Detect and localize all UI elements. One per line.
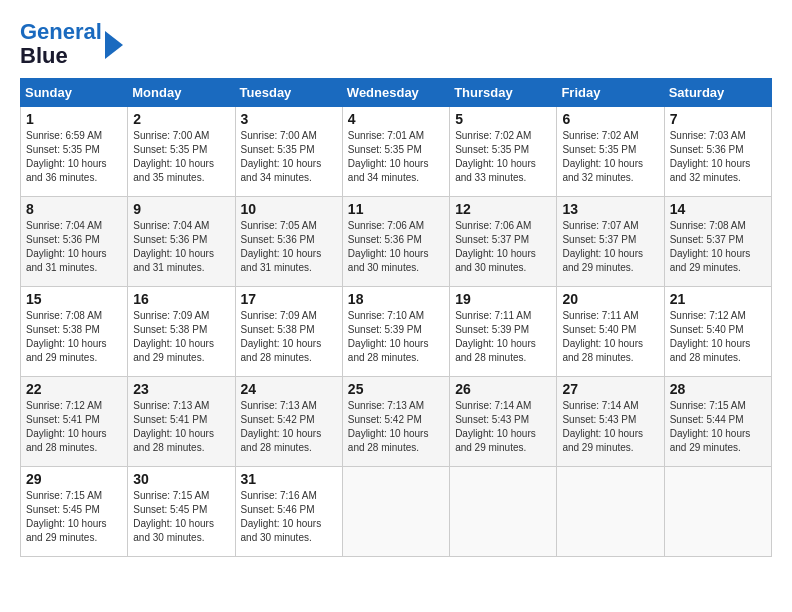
day-number: 14 <box>670 201 766 217</box>
calendar-week-5: 29Sunrise: 7:15 AMSunset: 5:45 PMDayligh… <box>21 467 772 557</box>
day-info: Sunrise: 6:59 AMSunset: 5:35 PMDaylight:… <box>26 129 122 185</box>
day-info: Sunrise: 7:04 AMSunset: 5:36 PMDaylight:… <box>26 219 122 275</box>
calendar-week-3: 15Sunrise: 7:08 AMSunset: 5:38 PMDayligh… <box>21 287 772 377</box>
calendar-cell: 22Sunrise: 7:12 AMSunset: 5:41 PMDayligh… <box>21 377 128 467</box>
day-info: Sunrise: 7:13 AMSunset: 5:42 PMDaylight:… <box>241 399 337 455</box>
day-info: Sunrise: 7:12 AMSunset: 5:41 PMDaylight:… <box>26 399 122 455</box>
day-info: Sunrise: 7:13 AMSunset: 5:42 PMDaylight:… <box>348 399 444 455</box>
calendar-cell: 10Sunrise: 7:05 AMSunset: 5:36 PMDayligh… <box>235 197 342 287</box>
day-number: 30 <box>133 471 229 487</box>
calendar-cell: 6Sunrise: 7:02 AMSunset: 5:35 PMDaylight… <box>557 107 664 197</box>
calendar-cell: 24Sunrise: 7:13 AMSunset: 5:42 PMDayligh… <box>235 377 342 467</box>
logo-text: GeneralBlue <box>20 20 102 68</box>
weekday-header-thursday: Thursday <box>450 79 557 107</box>
calendar-cell: 14Sunrise: 7:08 AMSunset: 5:37 PMDayligh… <box>664 197 771 287</box>
calendar-cell: 21Sunrise: 7:12 AMSunset: 5:40 PMDayligh… <box>664 287 771 377</box>
day-number: 25 <box>348 381 444 397</box>
calendar-cell: 26Sunrise: 7:14 AMSunset: 5:43 PMDayligh… <box>450 377 557 467</box>
day-info: Sunrise: 7:06 AMSunset: 5:37 PMDaylight:… <box>455 219 551 275</box>
calendar-cell <box>557 467 664 557</box>
day-number: 17 <box>241 291 337 307</box>
day-info: Sunrise: 7:11 AMSunset: 5:40 PMDaylight:… <box>562 309 658 365</box>
day-number: 1 <box>26 111 122 127</box>
day-number: 4 <box>348 111 444 127</box>
day-number: 31 <box>241 471 337 487</box>
page-header: GeneralBlue <box>20 20 772 68</box>
calendar-week-1: 1Sunrise: 6:59 AMSunset: 5:35 PMDaylight… <box>21 107 772 197</box>
calendar-cell: 19Sunrise: 7:11 AMSunset: 5:39 PMDayligh… <box>450 287 557 377</box>
calendar-cell: 18Sunrise: 7:10 AMSunset: 5:39 PMDayligh… <box>342 287 449 377</box>
day-info: Sunrise: 7:14 AMSunset: 5:43 PMDaylight:… <box>455 399 551 455</box>
day-info: Sunrise: 7:03 AMSunset: 5:36 PMDaylight:… <box>670 129 766 185</box>
logo-arrow-icon <box>105 31 123 59</box>
day-info: Sunrise: 7:15 AMSunset: 5:44 PMDaylight:… <box>670 399 766 455</box>
day-number: 19 <box>455 291 551 307</box>
calendar-cell <box>342 467 449 557</box>
calendar-cell: 15Sunrise: 7:08 AMSunset: 5:38 PMDayligh… <box>21 287 128 377</box>
day-number: 10 <box>241 201 337 217</box>
day-number: 12 <box>455 201 551 217</box>
weekday-header-monday: Monday <box>128 79 235 107</box>
calendar-cell: 23Sunrise: 7:13 AMSunset: 5:41 PMDayligh… <box>128 377 235 467</box>
day-number: 23 <box>133 381 229 397</box>
calendar-cell: 20Sunrise: 7:11 AMSunset: 5:40 PMDayligh… <box>557 287 664 377</box>
day-number: 24 <box>241 381 337 397</box>
calendar-cell: 28Sunrise: 7:15 AMSunset: 5:44 PMDayligh… <box>664 377 771 467</box>
day-number: 16 <box>133 291 229 307</box>
day-info: Sunrise: 7:15 AMSunset: 5:45 PMDaylight:… <box>26 489 122 545</box>
calendar-cell: 12Sunrise: 7:06 AMSunset: 5:37 PMDayligh… <box>450 197 557 287</box>
day-info: Sunrise: 7:13 AMSunset: 5:41 PMDaylight:… <box>133 399 229 455</box>
day-number: 27 <box>562 381 658 397</box>
weekday-header-friday: Friday <box>557 79 664 107</box>
day-number: 11 <box>348 201 444 217</box>
day-number: 15 <box>26 291 122 307</box>
calendar-cell: 7Sunrise: 7:03 AMSunset: 5:36 PMDaylight… <box>664 107 771 197</box>
day-number: 7 <box>670 111 766 127</box>
weekday-header-sunday: Sunday <box>21 79 128 107</box>
calendar-cell: 1Sunrise: 6:59 AMSunset: 5:35 PMDaylight… <box>21 107 128 197</box>
logo: GeneralBlue <box>20 20 123 68</box>
day-number: 8 <box>26 201 122 217</box>
calendar-cell: 11Sunrise: 7:06 AMSunset: 5:36 PMDayligh… <box>342 197 449 287</box>
calendar-week-4: 22Sunrise: 7:12 AMSunset: 5:41 PMDayligh… <box>21 377 772 467</box>
day-info: Sunrise: 7:08 AMSunset: 5:38 PMDaylight:… <box>26 309 122 365</box>
day-info: Sunrise: 7:00 AMSunset: 5:35 PMDaylight:… <box>241 129 337 185</box>
day-info: Sunrise: 7:02 AMSunset: 5:35 PMDaylight:… <box>455 129 551 185</box>
calendar-cell: 4Sunrise: 7:01 AMSunset: 5:35 PMDaylight… <box>342 107 449 197</box>
weekday-header-wednesday: Wednesday <box>342 79 449 107</box>
weekday-header-tuesday: Tuesday <box>235 79 342 107</box>
day-info: Sunrise: 7:11 AMSunset: 5:39 PMDaylight:… <box>455 309 551 365</box>
day-number: 20 <box>562 291 658 307</box>
calendar-cell: 30Sunrise: 7:15 AMSunset: 5:45 PMDayligh… <box>128 467 235 557</box>
day-number: 21 <box>670 291 766 307</box>
day-info: Sunrise: 7:14 AMSunset: 5:43 PMDaylight:… <box>562 399 658 455</box>
calendar-cell: 8Sunrise: 7:04 AMSunset: 5:36 PMDaylight… <box>21 197 128 287</box>
calendar-cell: 31Sunrise: 7:16 AMSunset: 5:46 PMDayligh… <box>235 467 342 557</box>
calendar-cell: 27Sunrise: 7:14 AMSunset: 5:43 PMDayligh… <box>557 377 664 467</box>
day-info: Sunrise: 7:01 AMSunset: 5:35 PMDaylight:… <box>348 129 444 185</box>
day-number: 26 <box>455 381 551 397</box>
calendar-cell: 25Sunrise: 7:13 AMSunset: 5:42 PMDayligh… <box>342 377 449 467</box>
day-info: Sunrise: 7:15 AMSunset: 5:45 PMDaylight:… <box>133 489 229 545</box>
day-number: 6 <box>562 111 658 127</box>
day-info: Sunrise: 7:04 AMSunset: 5:36 PMDaylight:… <box>133 219 229 275</box>
calendar-cell: 29Sunrise: 7:15 AMSunset: 5:45 PMDayligh… <box>21 467 128 557</box>
calendar-cell: 2Sunrise: 7:00 AMSunset: 5:35 PMDaylight… <box>128 107 235 197</box>
day-info: Sunrise: 7:02 AMSunset: 5:35 PMDaylight:… <box>562 129 658 185</box>
calendar-week-2: 8Sunrise: 7:04 AMSunset: 5:36 PMDaylight… <box>21 197 772 287</box>
day-info: Sunrise: 7:09 AMSunset: 5:38 PMDaylight:… <box>241 309 337 365</box>
calendar-cell: 9Sunrise: 7:04 AMSunset: 5:36 PMDaylight… <box>128 197 235 287</box>
day-info: Sunrise: 7:00 AMSunset: 5:35 PMDaylight:… <box>133 129 229 185</box>
calendar-cell: 16Sunrise: 7:09 AMSunset: 5:38 PMDayligh… <box>128 287 235 377</box>
day-number: 13 <box>562 201 658 217</box>
day-info: Sunrise: 7:10 AMSunset: 5:39 PMDaylight:… <box>348 309 444 365</box>
day-number: 9 <box>133 201 229 217</box>
day-number: 5 <box>455 111 551 127</box>
calendar-table: SundayMondayTuesdayWednesdayThursdayFrid… <box>20 78 772 557</box>
day-number: 28 <box>670 381 766 397</box>
calendar-header: SundayMondayTuesdayWednesdayThursdayFrid… <box>21 79 772 107</box>
weekday-header-saturday: Saturday <box>664 79 771 107</box>
day-info: Sunrise: 7:07 AMSunset: 5:37 PMDaylight:… <box>562 219 658 275</box>
calendar-cell: 5Sunrise: 7:02 AMSunset: 5:35 PMDaylight… <box>450 107 557 197</box>
day-info: Sunrise: 7:16 AMSunset: 5:46 PMDaylight:… <box>241 489 337 545</box>
